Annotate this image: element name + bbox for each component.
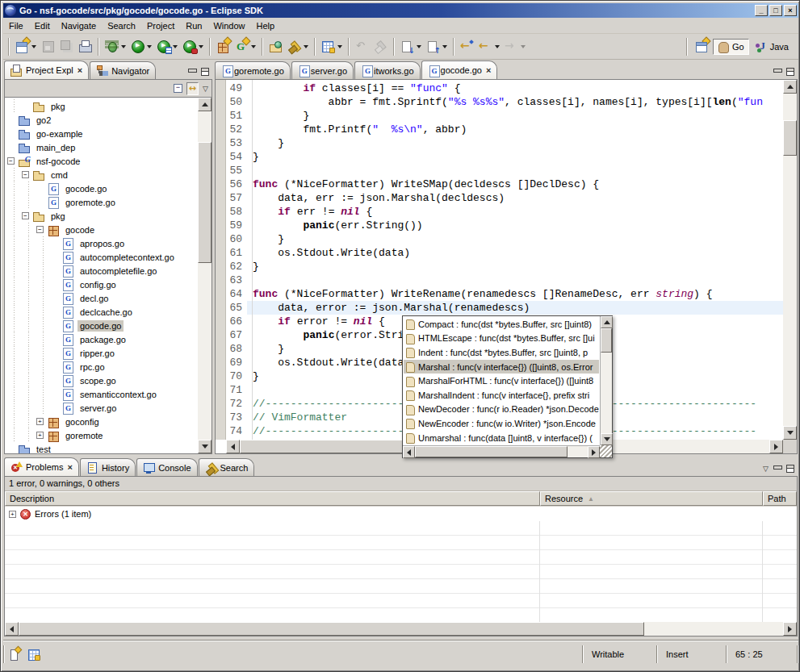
problems-horizontal-scrollbar[interactable] (5, 622, 797, 636)
tree-item[interactable]: +goremote (5, 428, 198, 442)
tree-item[interactable]: scope.go (5, 374, 198, 387)
tree-item[interactable]: go-example (5, 127, 198, 140)
code-line[interactable]: 55 (226, 164, 783, 177)
close-tab-icon[interactable]: × (67, 462, 72, 472)
view-menu-icon[interactable]: ▽ (203, 85, 208, 93)
tree-item[interactable]: declcache.go (5, 305, 198, 319)
code-line[interactable]: 50 abbr = fmt.Sprintf("%s %s%s", classes… (226, 95, 783, 109)
dropdown-arrow-icon[interactable] (147, 45, 152, 51)
dropdown-arrow-icon[interactable] (521, 45, 526, 51)
menu-file[interactable]: File (3, 19, 29, 32)
collapse-icon[interactable]: − (36, 226, 44, 233)
debug-button[interactable] (103, 36, 128, 57)
code-line[interactable]: 58 if err != nil { (226, 205, 783, 219)
maximize-panel-icon[interactable] (786, 68, 794, 76)
view-tab-project-expl[interactable]: Project Expl× (4, 61, 89, 79)
open-perspective-button[interactable] (693, 36, 711, 57)
dropdown-arrow-icon[interactable] (495, 45, 500, 51)
completion-item[interactable]: Marshal : func(v interface{}) ([]uint8, … (404, 360, 599, 374)
view-menu-icon[interactable]: ▽ (763, 465, 769, 473)
tree-item[interactable]: config.go (5, 278, 198, 291)
completion-item[interactable]: Indent : func(dst *bytes.Buffer, src []u… (404, 345, 599, 360)
dropdown-arrow-icon[interactable] (31, 45, 36, 51)
new-wizard-button[interactable] (13, 36, 39, 57)
tree-item[interactable]: autocompletefile.go (5, 264, 198, 278)
completion-item[interactable]: HTMLEscape : func(dst *bytes.Buffer, src… (404, 332, 599, 346)
tree-item[interactable]: semanticcontext.go (5, 387, 198, 401)
dropdown-arrow-icon[interactable] (251, 45, 256, 51)
minimize-panel-icon[interactable] (773, 465, 781, 473)
tree-item[interactable]: server.go (5, 401, 198, 415)
bottom-tab-search[interactable]: Search (199, 458, 255, 476)
forward-button[interactable] (502, 36, 528, 57)
link-with-editor-icon[interactable]: ↔ (186, 82, 199, 95)
perspective-go[interactable]: Go (713, 39, 749, 55)
tree-item[interactable]: go2 (5, 113, 198, 127)
tree-item[interactable]: ripper.go (5, 346, 198, 360)
menu-project[interactable]: Project (141, 19, 180, 32)
view-tab-navigator[interactable]: Navigator (90, 61, 156, 79)
editor-tab-goremote-go[interactable]: goremote.go (215, 61, 291, 79)
save-all-button[interactable] (57, 36, 76, 57)
expand-icon[interactable]: + (36, 432, 44, 439)
code-line[interactable]: 54} (226, 150, 783, 164)
tree-item[interactable]: −pkg (5, 209, 198, 223)
menu-help[interactable]: Help (251, 19, 281, 32)
close-window-button[interactable]: × (784, 5, 797, 16)
code-line[interactable]: 63 (226, 273, 783, 287)
dropdown-arrow-icon[interactable] (417, 45, 421, 51)
expand-icon[interactable]: + (36, 418, 44, 425)
popup-resize-grip[interactable] (600, 445, 612, 457)
run-button[interactable] (128, 36, 154, 57)
tree-item[interactable]: gocode.go (5, 182, 198, 195)
editor-tab-server-go[interactable]: server.go (291, 61, 354, 79)
bottom-tab-console[interactable]: Console (136, 458, 197, 476)
completion-item[interactable]: Unmarshal : func(data []uint8, v interfa… (404, 431, 599, 445)
minimize-window-button[interactable]: _ (755, 5, 768, 16)
new-go-element-button[interactable] (232, 36, 258, 57)
menu-navigate[interactable]: Navigate (56, 19, 102, 32)
print-button[interactable] (76, 36, 94, 57)
code-line[interactable]: 56func (*NiceFormatter) WriteSMap(declde… (226, 177, 783, 191)
tree-item[interactable]: −cmd (5, 168, 198, 182)
completion-item[interactable]: MarshalIndent : func(v interface{}, pref… (404, 388, 599, 403)
tree-item[interactable]: −gocode (5, 223, 198, 236)
completion-item[interactable]: MarshalForHTML : func(v interface{}) ([]… (404, 374, 599, 388)
undo-button[interactable] (353, 36, 371, 57)
code-line[interactable]: 57 data, err := json.Marshal(decldescs) (226, 191, 783, 205)
tree-item[interactable]: autocompletecontext.go (5, 250, 198, 264)
next-annotation-button[interactable] (398, 36, 424, 57)
maximize-panel-icon[interactable] (786, 465, 794, 473)
tree-item[interactable]: +goconfig (5, 415, 198, 428)
last-edit-button[interactable] (458, 36, 476, 57)
collapse-icon[interactable]: − (22, 212, 29, 219)
code-line[interactable]: 64func (*NiceFormatter) WriteRename(rena… (226, 287, 783, 301)
popup-horizontal-scrollbar[interactable] (403, 445, 600, 457)
menu-edit[interactable]: Edit (29, 19, 56, 32)
expand-icon[interactable]: + (9, 511, 16, 518)
tree-item[interactable]: decl.go (5, 291, 198, 305)
editor-tab-gocode-go[interactable]: gocode.go× (421, 61, 498, 79)
editor-vertical-scrollbar[interactable] (783, 80, 797, 440)
run-external-button[interactable] (180, 36, 206, 57)
menu-run[interactable]: Run (180, 19, 207, 32)
code-line[interactable]: 53 } (226, 136, 783, 150)
column-header-path[interactable]: Path (763, 491, 797, 506)
code-line[interactable]: 62} (226, 260, 783, 273)
bottom-tab-problems[interactable]: Problems× (4, 457, 79, 476)
code-line[interactable]: 59 panic(err.String()) (226, 219, 783, 232)
toggle-table-button[interactable] (319, 36, 345, 57)
fast-view-icon[interactable] (8, 648, 21, 661)
dropdown-arrow-icon[interactable] (337, 45, 342, 51)
tree-item[interactable]: goremote.go (5, 195, 198, 209)
menu-window[interactable]: Window (207, 19, 250, 32)
tree-item[interactable]: rpc.go (5, 360, 198, 374)
code-line[interactable]: 51 } (226, 109, 783, 123)
collapse-all-icon[interactable]: − (174, 84, 182, 93)
dropdown-arrow-icon[interactable] (304, 45, 308, 51)
code-line[interactable]: 61 os.Stdout.Write(data) (226, 246, 783, 260)
dropdown-arrow-icon[interactable] (121, 45, 126, 51)
clean-button[interactable] (371, 36, 390, 57)
popup-vertical-scrollbar[interactable] (600, 316, 612, 445)
completion-item[interactable]: NewDecoder : func(r io.Reader) *json.Dec… (404, 403, 599, 417)
